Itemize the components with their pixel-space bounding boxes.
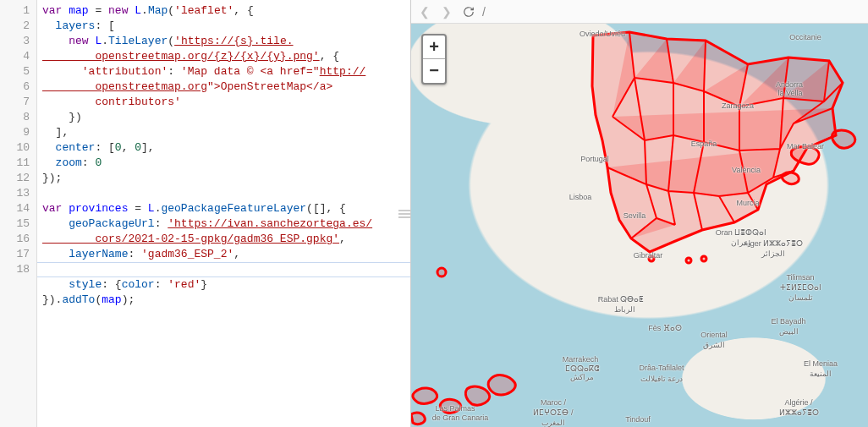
code-line[interactable] xyxy=(42,308,405,323)
code-line[interactable] xyxy=(42,323,405,338)
line-number: 8 xyxy=(3,110,30,125)
code-line[interactable]: }) xyxy=(42,110,405,125)
line-number: 6 xyxy=(3,79,30,95)
line-number: 5 xyxy=(3,64,30,79)
code-line[interactable]: layers: [ xyxy=(42,19,405,34)
chevron-right-icon[interactable]: ❯ xyxy=(438,3,455,20)
line-number: 9 xyxy=(3,125,30,140)
line-number: 17 xyxy=(3,247,30,262)
code-editor[interactable]: 123456789101112131415161718 var map = ne… xyxy=(0,0,411,427)
province-overlay xyxy=(411,24,868,427)
chevron-left-icon[interactable]: ❮ xyxy=(416,3,433,20)
line-number: 18 xyxy=(3,262,30,277)
svg-point-0 xyxy=(649,256,654,261)
code-line[interactable]: geoPackageUrl: 'https://ivan.sanchezorte… xyxy=(42,216,405,247)
code-line[interactable] xyxy=(42,262,405,277)
line-number: 14 xyxy=(3,201,30,216)
line-number: 1 xyxy=(3,3,30,19)
line-number: 10 xyxy=(3,140,30,156)
svg-point-1 xyxy=(686,258,691,263)
code-line[interactable] xyxy=(42,186,405,201)
leaflet-map[interactable]: + − Oviedo/UviéuPortugalLisboaSevillaGib… xyxy=(411,24,868,427)
zoom-in-button[interactable]: + xyxy=(423,36,445,59)
zoom-out-button[interactable]: − xyxy=(423,59,445,83)
line-gutter: 123456789101112131415161718 xyxy=(0,0,37,427)
line-number: 2 xyxy=(3,19,30,34)
svg-point-2 xyxy=(701,256,706,261)
refresh-icon[interactable] xyxy=(460,3,477,20)
code-line[interactable]: style: {color: 'red'} xyxy=(42,277,405,293)
line-number: 4 xyxy=(3,49,30,64)
code-line[interactable]: }).addTo(map); xyxy=(42,293,405,308)
breadcrumb-text: / xyxy=(482,5,486,19)
code-line[interactable]: var map = new L.Map('leaflet', { xyxy=(42,3,405,19)
code-line[interactable]: layerName: 'gadm36_ESP_2', xyxy=(42,247,405,262)
line-number: 13 xyxy=(3,186,30,201)
preview-pane: ❮ ❯ / xyxy=(411,0,868,427)
zoom-control: + − xyxy=(421,34,447,85)
code-line[interactable]: new L.TileLayer('https://{s}.tile. opens… xyxy=(42,34,405,64)
line-number: 15 xyxy=(3,216,30,232)
line-number: 11 xyxy=(3,156,30,171)
line-number: 7 xyxy=(3,95,30,110)
pane-resize-handle[interactable] xyxy=(398,210,410,218)
code-line[interactable]: }); xyxy=(42,171,405,186)
code-line[interactable]: 'attribution': 'Map data © <a href="http… xyxy=(42,64,405,110)
code-area[interactable]: var map = new L.Map('leaflet', { layers:… xyxy=(37,0,410,342)
preview-toolbar: ❮ ❯ / xyxy=(411,0,868,24)
code-line[interactable]: var provinces = L.geoPackageFeatureLayer… xyxy=(42,201,405,216)
code-line[interactable]: zoom: 0 xyxy=(42,156,405,171)
svg-point-3 xyxy=(437,268,446,276)
line-number: 12 xyxy=(3,171,30,186)
code-line[interactable]: ], xyxy=(42,125,405,140)
line-number: 3 xyxy=(3,34,30,49)
line-number: 16 xyxy=(3,232,30,247)
code-line[interactable]: center: [0, 0], xyxy=(42,140,405,156)
